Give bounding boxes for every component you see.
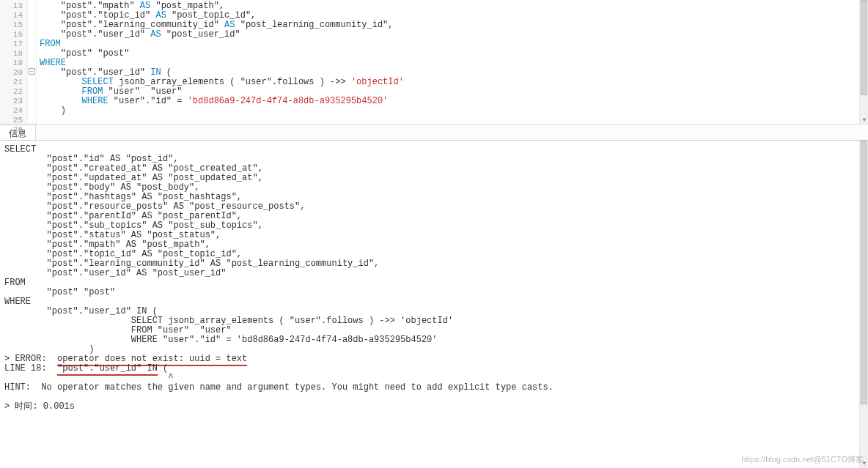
line-number: 19 (1, 59, 23, 68)
line-number-gutter: 1314151617181920212223242526 (0, 0, 28, 124)
line-number: 13 (1, 1, 23, 11)
code-line[interactable]: WHERE "user"."id" = 'bd8d86a9-247d-4f74-… (40, 97, 865, 106)
code-line[interactable]: ) (40, 106, 865, 116)
line-number: 24 (1, 106, 23, 116)
line18-rest: ( (158, 363, 168, 374)
output-text[interactable]: SELECT "post"."id" AS "post_id", "post".… (0, 141, 868, 412)
line-number: 26 (1, 125, 23, 135)
line-number: 22 (1, 87, 23, 97)
code-line[interactable] (40, 116, 865, 124)
caret-pointer: ^ (4, 373, 173, 383)
line-number: 21 (1, 78, 23, 87)
line-number: 20 (1, 68, 23, 78)
output-vertical-scrollbar[interactable]: ▲ ▼ (859, 141, 868, 468)
hint-line: HINT: No operator matches the given name… (4, 382, 553, 393)
sql-editor-pane: 1314151617181920212223242526 − "post"."m… (0, 0, 868, 125)
fold-toggle-icon[interactable]: − (29, 68, 35, 75)
line-number: 17 (1, 40, 23, 49)
line-number: 25 (1, 116, 23, 125)
scrollbar-thumb[interactable] (861, 141, 867, 404)
line-number: 14 (1, 11, 23, 21)
output-pane: SELECT "post"."id" AS "post_id", "post".… (0, 141, 868, 468)
code-line[interactable]: "post"."user_id" AS "post_user_id" (40, 30, 865, 40)
scrollbar-down-arrow-icon[interactable]: ▼ (860, 116, 868, 125)
watermark: https://blog.csdn.net@51CTO博客 (741, 454, 864, 465)
error-prefix: > ERROR: (4, 354, 57, 364)
editor-vertical-scrollbar[interactable]: ▲ ▼ (859, 0, 868, 125)
code-area[interactable]: "post"."mpath" AS "post_mpath", "post"."… (37, 0, 868, 124)
line18-prefix: LINE 18: (4, 363, 57, 374)
code-line[interactable]: "post" "post" (40, 49, 865, 59)
fold-column: − (28, 0, 37, 124)
scrollbar-thumb[interactable] (861, 0, 867, 95)
line-number: 18 (1, 49, 23, 59)
code-line[interactable]: FROM (40, 40, 865, 49)
line-number: 23 (1, 97, 23, 106)
line-number: 16 (1, 30, 23, 40)
output-tabbar: 信息 (0, 125, 868, 141)
output-query: SELECT "post"."id" AS "post_id", "post".… (4, 144, 458, 354)
time-line: > 时间: 0.001s (4, 401, 75, 412)
line-number: 15 (1, 21, 23, 30)
